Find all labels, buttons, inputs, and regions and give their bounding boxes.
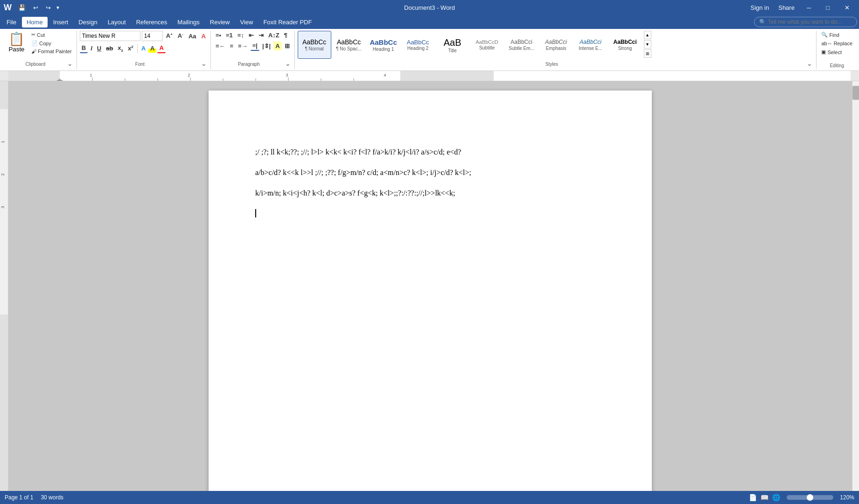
scroll-thumb[interactable] (852, 86, 859, 100)
document-page[interactable]: ;/ ;?; ll k<k;??; ;//; l>l> k<k< k<i? f<… (209, 91, 652, 491)
clipboard-expand[interactable]: ⌄ (66, 59, 74, 68)
multilevel-button[interactable]: ≡↕ (236, 31, 246, 40)
share-button[interactable]: Share (775, 3, 797, 12)
font-divider (137, 44, 138, 53)
styles-expand-btn[interactable]: ⊞ (644, 49, 651, 58)
style-normal-preview: AaBbCc (302, 38, 326, 46)
style-subtle-em[interactable]: AaBbCci Subtle Em... (505, 31, 538, 59)
shading-button[interactable]: A (273, 42, 281, 50)
maximize-button[interactable]: □ (820, 2, 835, 13)
menu-foxit[interactable]: Foxit Reader PDF (258, 17, 316, 28)
cut-button[interactable]: ✂ Cut (29, 31, 74, 39)
replace-icon: ab↔ (821, 41, 832, 46)
find-icon: 🔍 (821, 32, 828, 38)
menu-layout[interactable]: Layout (103, 17, 131, 28)
editing-controls: 🔍 Find ab↔ Replace ▣ Select (819, 31, 854, 56)
align-center-button[interactable]: ≡ (228, 42, 235, 50)
read-mode-btn[interactable]: 📖 (761, 494, 768, 501)
text-cursor (255, 209, 256, 217)
para-top-row: ≡• ≡1 ≡↕ ⇤ ⇥ A↕Z ¶ (214, 31, 292, 40)
svg-text:1: 1 (0, 140, 5, 143)
underline-button[interactable]: U (95, 44, 103, 53)
scroll-area[interactable]: ;/ ;?; ll k<k;??; ;//; l>l> k<k< k<i? f<… (8, 81, 852, 491)
replace-button[interactable]: ab↔ Replace (819, 40, 854, 47)
align-left-button[interactable]: ≡← (214, 42, 227, 50)
font-name-input[interactable] (80, 31, 140, 41)
clear-format-button[interactable]: A (200, 32, 208, 41)
style-title[interactable]: AaB Title (436, 31, 469, 59)
styles-group: AaBbCc ¶ Normal AaBbCc ¶ No Spac... AaBb… (295, 31, 817, 69)
menu-review[interactable]: Review (205, 17, 235, 28)
menu-file[interactable]: File (2, 17, 21, 28)
style-heading1[interactable]: AaBbCc Heading 1 (367, 31, 400, 59)
style-title-preview: AaB (444, 37, 461, 48)
print-layout-btn[interactable]: 📄 (749, 494, 757, 501)
column-spacing-button[interactable]: |⇕| (260, 42, 272, 50)
select-button[interactable]: ▣ Select (819, 48, 854, 56)
font-expand[interactable]: ⌄ (200, 59, 208, 68)
superscript-button[interactable]: x2 (126, 44, 135, 53)
shrink-font-button[interactable]: A- (176, 31, 185, 40)
undo-button[interactable]: ↩ (30, 3, 41, 12)
style-intense-em[interactable]: AaBbCci Intense E... (574, 31, 608, 59)
zoom-thumb[interactable] (807, 494, 813, 501)
status-bar: Page 1 of 1 30 words 📄 📖 🌐 120% (0, 491, 859, 504)
sign-in-button[interactable]: Sign in (747, 3, 772, 12)
web-layout-btn[interactable]: 🌐 (772, 494, 780, 501)
style-no-spacing[interactable]: AaBbCc ¶ No Spac... (332, 31, 366, 59)
menu-insert[interactable]: Insert (49, 17, 73, 28)
grow-font-button[interactable]: A+ (164, 31, 175, 40)
menu-home[interactable]: Home (22, 17, 48, 28)
style-heading2[interactable]: AaBbCc Heading 2 (401, 31, 435, 59)
borders-button[interactable]: ⊞ (283, 42, 292, 50)
paragraph-expand[interactable]: ⌄ (284, 59, 292, 68)
bold-button[interactable]: B (80, 43, 88, 53)
menu-design[interactable]: Design (74, 17, 102, 28)
tell-me-box[interactable]: 🔍 (754, 17, 857, 27)
menu-references[interactable]: References (132, 17, 172, 28)
title-bar: W 💾 ↩ ↪ ▼ Document3 - Word Sign in Share… (0, 0, 859, 15)
ruler-left-side (0, 71, 8, 81)
styles-scroll-up[interactable]: ▲ (644, 31, 651, 39)
justify-button[interactable]: ≡| (251, 41, 259, 51)
italic-button[interactable]: I (89, 44, 94, 53)
style-emphasis[interactable]: AaBbCci Emphasis (539, 31, 573, 59)
numbering-button[interactable]: ≡1 (224, 31, 235, 40)
save-button[interactable]: 💾 (15, 3, 28, 12)
copy-button[interactable]: 📄 Copy (29, 39, 74, 47)
format-painter-button[interactable]: 🖌 Format Painter (29, 48, 74, 55)
menu-mailings[interactable]: Mailings (173, 17, 204, 28)
style-subtitle-preview: AaBbCcD (475, 39, 498, 45)
customize-qat[interactable]: ▼ (56, 5, 60, 10)
change-case-button[interactable]: Aa (187, 32, 198, 41)
font-size-input[interactable] (142, 31, 163, 41)
increase-indent-button[interactable]: ⇥ (257, 31, 265, 40)
style-subtleem-label: Subtle Em... (509, 46, 534, 51)
select-label: Select (827, 49, 842, 55)
bullets-button[interactable]: ≡• (214, 31, 223, 40)
paste-button[interactable]: 📋 Paste (5, 31, 28, 55)
right-scrollbar[interactable] (852, 81, 859, 491)
menu-view[interactable]: View (235, 17, 258, 28)
subscript-button[interactable]: x2 (116, 43, 125, 54)
text-effect-button[interactable]: A (140, 44, 147, 53)
styles-scroll-down[interactable]: ▼ (644, 40, 651, 49)
decrease-indent-button[interactable]: ⇤ (247, 31, 256, 40)
strikethrough-button[interactable]: ab (104, 44, 115, 53)
align-right-button[interactable]: ≡→ (236, 42, 250, 50)
minimize-button[interactable]: ─ (801, 2, 817, 13)
tell-me-input[interactable] (768, 19, 852, 25)
font-top-row: A+ A- Aa A (80, 31, 208, 41)
style-normal[interactable]: AaBbCc ¶ Normal (298, 31, 331, 59)
show-hide-button[interactable]: ¶ (282, 31, 289, 40)
styles-expand[interactable]: ⌄ (806, 59, 813, 68)
redo-button[interactable]: ↪ (43, 3, 54, 12)
highlight-button[interactable]: A (148, 44, 156, 53)
sort-button[interactable]: A↕Z (266, 31, 281, 40)
style-subtitle[interactable]: AaBbCcD Subtitle (470, 31, 504, 59)
style-strong[interactable]: AaBbCci Strong (608, 31, 642, 59)
zoom-slider[interactable] (787, 495, 833, 500)
close-button[interactable]: ✕ (839, 2, 855, 13)
font-color-button[interactable]: A (157, 43, 165, 53)
find-button[interactable]: 🔍 Find (819, 31, 854, 39)
